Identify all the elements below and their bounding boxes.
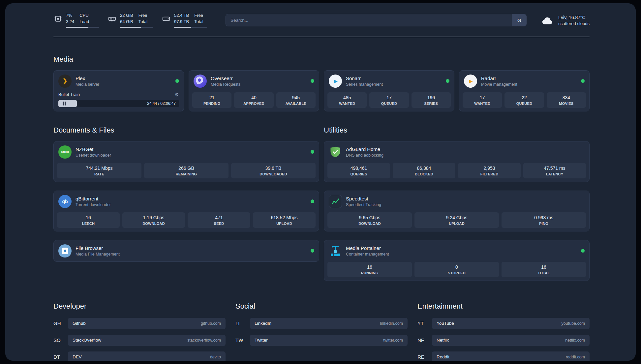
stat-value: 39.6 TB <box>232 166 314 171</box>
stat-tile-remaining: 266 GB REMAINING <box>144 163 229 178</box>
radarr-card[interactable]: ▶ Radarr Movie management 17 WANTED 22 Q… <box>459 70 590 111</box>
section-title-utilities: Utilities <box>324 126 590 135</box>
app-desc: Container management <box>346 252 389 257</box>
overseerr-card[interactable]: Overseerr Media Requests 21 PENDING 40 A… <box>189 70 319 111</box>
disk-total-value: 97.9 TB <box>174 19 189 25</box>
status-dot <box>175 79 179 83</box>
disk-free-value: 52.4 TB <box>174 13 189 19</box>
app-name: File Browser <box>76 245 120 251</box>
search-box: G <box>226 14 527 26</box>
bookmark-link-dev[interactable]: DEV dev.to <box>68 351 226 361</box>
bookmark-url: twitter.com <box>383 338 403 343</box>
memory-labels: Free Total <box>138 13 147 25</box>
cloud-icon <box>541 15 554 25</box>
disk-widget: 52.4 TB 97.9 TB Free Total <box>162 13 207 28</box>
bookmark-link-twitter[interactable]: Twitter twitter.com <box>250 335 408 346</box>
plex-card[interactable]: ❯ Plex Media server Bullet Train ⚙ 24:44… <box>53 70 184 111</box>
bookmark-link-github[interactable]: Github github.com <box>68 318 226 329</box>
search-input[interactable] <box>226 14 512 26</box>
stat-tile-available: 945 AVAILABLE <box>276 92 316 108</box>
disk-labels: Free Total <box>194 13 203 25</box>
bookmark-row-linkedin: LI LinkedIn linkedin.com <box>235 318 408 329</box>
stat-tile-upload: 618.52 Mbps UPLOAD <box>253 212 316 228</box>
stat-label: QUEUED <box>506 102 542 106</box>
section-title-media: Media <box>53 55 590 64</box>
search-provider-button[interactable]: G <box>512 14 526 26</box>
nzbget-header: nzbget NZBGet Usenet downloader <box>54 141 319 163</box>
stat-label: STOPPED <box>416 271 498 275</box>
stat-value: 945 <box>278 95 314 100</box>
sonarr-card[interactable]: ▶ Sonarr Series management 485 WANTED 17… <box>324 70 454 111</box>
stat-tile-upload: 9.24 Gbps UPLOAD <box>414 212 499 228</box>
bookmark-name: Twitter <box>255 338 268 343</box>
settings-gear-icon[interactable]: ⚙ <box>175 92 179 98</box>
stat-label: PING <box>503 222 585 226</box>
status-dot <box>311 79 314 83</box>
bookmark-url: netflix.com <box>565 338 585 343</box>
adguard-card[interactable]: AdGuard Home DNS and adblocking 498,461 … <box>324 141 590 182</box>
stat-label: SERIES <box>413 102 449 106</box>
disk-usage-bar <box>174 27 207 28</box>
bookmark-row-dev: DT DEV dev.to <box>53 351 226 361</box>
app-desc: Media server <box>76 82 99 87</box>
bookmark-link-netflix[interactable]: Netflix netflix.com <box>432 335 590 346</box>
app-name: Plex <box>76 76 99 81</box>
app-desc: Movie management <box>481 82 517 87</box>
cpu-labels: CPU Load <box>79 13 89 25</box>
stat-tile-latency: 47.571 ms LATENCY <box>523 163 586 178</box>
filebrowser-card[interactable]: File Browser Media File Management <box>53 240 319 262</box>
disk-free-label: Free <box>194 13 203 19</box>
stat-value: 618.52 Mbps <box>254 215 314 220</box>
portainer-stats: 16 RUNNING 0 STOPPED 16 TOTAL <box>324 262 589 281</box>
app-name: Sonarr <box>346 76 383 81</box>
stat-tile-running: 16 RUNNING <box>327 262 412 277</box>
stat-value: 2,953 <box>459 166 519 171</box>
stat-value: 834 <box>548 95 585 100</box>
plex-header: ❯ Plex Media server <box>54 71 184 92</box>
cpu-percent: 7% <box>66 13 74 19</box>
overseerr-icon <box>194 75 207 88</box>
playback-progress-bar[interactable]: 24:44 / 02:06:47 <box>58 100 179 107</box>
speedtest-card[interactable]: Speedtest Speedtest Tracking 9.65 Gbps D… <box>324 191 590 231</box>
bookmark-name: Reddit <box>437 354 449 359</box>
stat-value: 40 <box>235 95 272 100</box>
radarr-icon: ▶ <box>464 75 477 88</box>
portainer-card[interactable]: Media Portainer Container management 16 … <box>324 240 590 281</box>
stat-tile-wanted: 485 WANTED <box>327 92 367 108</box>
bookmark-name: LinkedIn <box>255 321 271 326</box>
bookmark-abbr: RE <box>417 354 432 360</box>
qbittorrent-card[interactable]: qb qBittorrent Torrent downloader 16 LEE… <box>53 191 319 231</box>
stat-tile-movies: 834 MOVIES <box>547 92 586 108</box>
qbittorrent-header: qb qBittorrent Torrent downloader <box>54 191 319 212</box>
section-title-developer: Developer <box>53 302 226 311</box>
stat-value: 86,384 <box>394 166 454 171</box>
documents-column: Documents & Files nzbget NZBGet Usenet d… <box>53 111 319 281</box>
playback-progress-fill <box>58 100 77 107</box>
bookmark-url: youtube.com <box>561 321 585 326</box>
dashboard-content: 7% 3.24 CPU Load <box>5 3 636 361</box>
bookmark-link-linkedin[interactable]: LinkedIn linkedin.com <box>250 318 408 329</box>
utilities-column: Utilities AdGuard Home DNS and adblockin… <box>324 111 590 281</box>
stat-value: 9.65 Gbps <box>329 215 411 220</box>
stat-label: QUEUED <box>371 102 407 106</box>
sonarr-icon: ▶ <box>329 75 342 88</box>
adguard-stats: 498,461 QUERIES 86,384 BLOCKED 2,953 FIL… <box>324 163 589 182</box>
stat-value: 47.571 ms <box>525 166 585 171</box>
bookmark-name: Github <box>73 321 86 326</box>
bookmark-link-reddit[interactable]: Reddit reddit.com <box>432 351 590 361</box>
cpu-icon <box>53 14 63 23</box>
stat-value: 21 <box>194 95 230 100</box>
stat-tile-stopped: 0 STOPPED <box>414 262 499 277</box>
nzbget-card[interactable]: nzbget NZBGet Usenet downloader 744.21 M… <box>53 141 319 182</box>
pause-icon[interactable] <box>63 102 66 106</box>
bookmark-link-youtube[interactable]: YouTube youtube.com <box>432 318 590 329</box>
topbar-divider <box>53 37 590 37</box>
memory-total-label: Total <box>138 19 147 25</box>
stat-tile-rate: 744.21 Mbps RATE <box>57 163 141 178</box>
app-name: qBittorrent <box>76 196 111 201</box>
overseerr-stats: 21 PENDING 40 APPROVED 945 AVAILABLE <box>189 92 319 111</box>
status-dot <box>311 199 314 203</box>
stat-value: 16 <box>329 264 411 270</box>
stat-label: APPROVED <box>235 102 272 106</box>
bookmark-link-stackoverflow[interactable]: StackOverflow stackoverflow.com <box>68 335 226 346</box>
